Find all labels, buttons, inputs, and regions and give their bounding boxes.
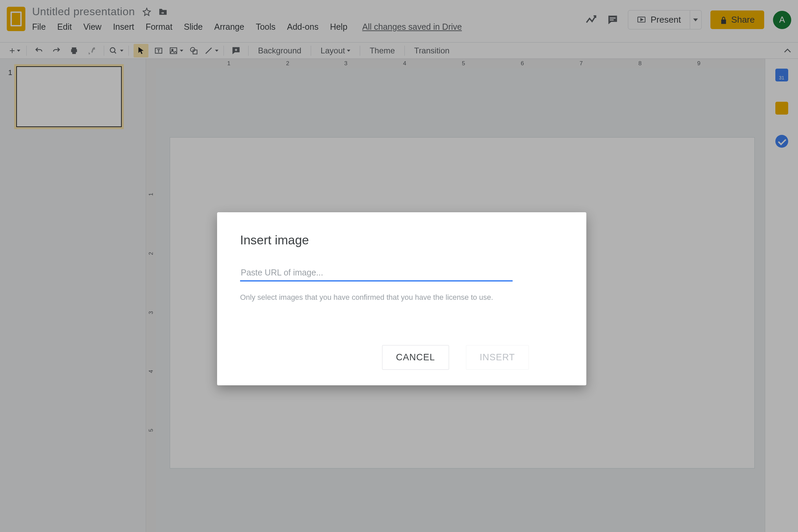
insert-image-dialog: Insert image Only select images that you… xyxy=(217,212,586,385)
dialog-title: Insert image xyxy=(240,233,563,247)
cancel-button[interactable]: CANCEL xyxy=(382,345,449,370)
insert-button[interactable]: INSERT xyxy=(466,345,529,370)
dialog-hint: Only select images that you have confirm… xyxy=(240,293,563,302)
app-root: Untitled presentation File Edit View Ins… xyxy=(0,0,798,532)
modal-backdrop[interactable]: Insert image Only select images that you… xyxy=(0,0,798,532)
image-url-input[interactable] xyxy=(240,265,513,282)
dialog-actions: CANCEL INSERT xyxy=(382,345,563,370)
